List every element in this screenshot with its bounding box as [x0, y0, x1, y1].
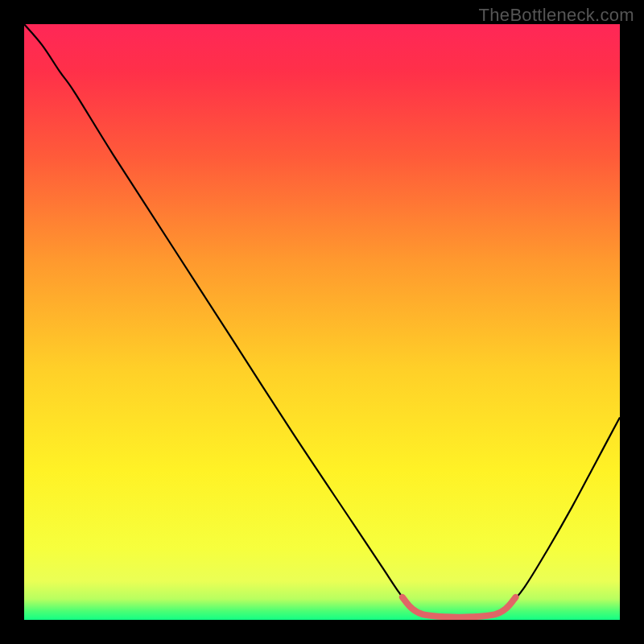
chart-plot-area — [24, 24, 620, 620]
watermark-text: TheBottleneck.com — [479, 5, 634, 26]
gradient-background — [24, 24, 620, 620]
bottleneck-chart — [24, 24, 620, 620]
